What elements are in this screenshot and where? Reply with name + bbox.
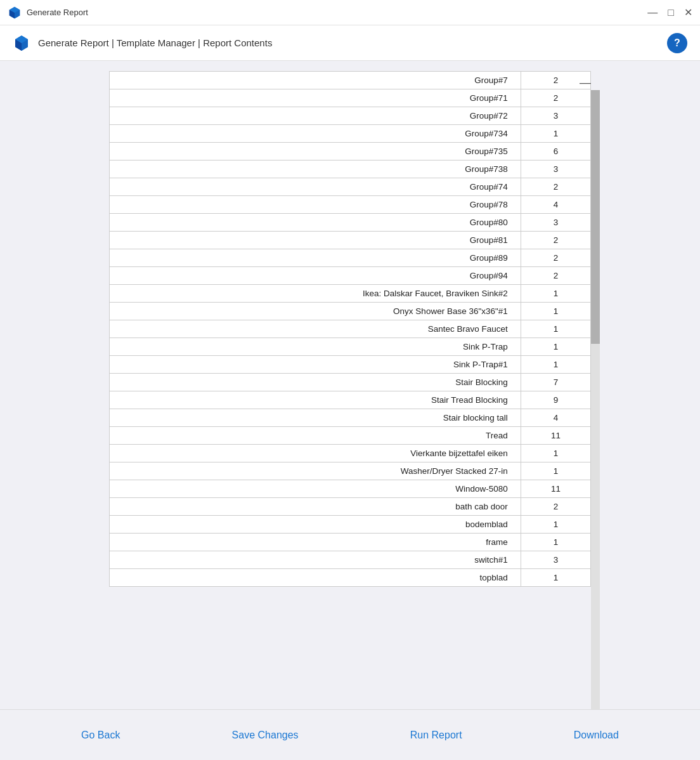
table-cell-name: Sink P-Trap — [110, 338, 521, 356]
table-cell-count: 11 — [521, 480, 590, 498]
table-cell-count: 1 — [521, 285, 590, 303]
table-cell-count: 6 — [521, 143, 590, 161]
table-cell-name: Group#80 — [110, 214, 521, 232]
table-cell-count: 4 — [521, 409, 590, 427]
table-cell-count: 1 — [521, 320, 590, 338]
header-nav: Generate Report | Template Manager | Rep… — [13, 34, 272, 52]
table-cell-count: 4 — [521, 196, 590, 214]
table-row: Group#803 — [110, 214, 591, 232]
scroll-top-indicator[interactable]: — — [580, 76, 591, 89]
table-cell-name: Group#94 — [110, 267, 521, 285]
table-cell-count: 1 — [521, 303, 590, 320]
help-button[interactable]: ? — [667, 33, 687, 53]
table-cell-name: Stair blocking tall — [110, 409, 521, 427]
table-cell-name: bath cab door — [110, 498, 521, 516]
title-bar-text: Generate Report — [27, 8, 88, 17]
table-cell-count: 3 — [521, 214, 590, 232]
table-cell-count: 11 — [521, 427, 590, 445]
table-cell-count: 7 — [521, 374, 590, 391]
table-cell-count: 1 — [521, 534, 590, 551]
table-cell-name: Stair Blocking — [110, 374, 521, 391]
table-row: Stair blocking tall4 — [110, 409, 591, 427]
table-row: Ikea: Dalskar Faucet, Braviken Sink#21 — [110, 285, 591, 303]
table-cell-count: 2 — [521, 89, 590, 107]
table-cell-name: Santec Bravo Faucet — [110, 320, 521, 338]
table-cell-name: Ikea: Dalskar Faucet, Braviken Sink#2 — [110, 285, 521, 303]
table-cell-count: 1 — [521, 356, 590, 374]
table-cell-name: Vierkante bijzettafel eiken — [110, 445, 521, 462]
scrollbar-thumb[interactable] — [591, 90, 600, 344]
table-row: switch#13 — [110, 551, 591, 569]
download-button[interactable]: Download — [574, 730, 619, 741]
table-row: bath cab door2 — [110, 498, 591, 516]
title-bar-left: Generate Report — [8, 6, 88, 20]
table-row: topblad1 — [110, 569, 591, 587]
table-row: frame1 — [110, 534, 591, 551]
table-row: Window-508011 — [110, 480, 591, 498]
table-cell-count: 2 — [521, 249, 590, 267]
close-button[interactable]: ✕ — [684, 8, 692, 18]
header-bar: Generate Report | Template Manager | Rep… — [0, 25, 700, 61]
table-cell-count: 1 — [521, 125, 590, 143]
table-row: Onyx Shower Base 36"x36"#11 — [110, 303, 591, 320]
table-cell-name: frame — [110, 534, 521, 551]
save-changes-button[interactable]: Save Changes — [232, 730, 299, 741]
table-cell-count: 1 — [521, 516, 590, 534]
go-back-button[interactable]: Go Back — [81, 730, 120, 741]
maximize-button[interactable]: □ — [668, 8, 674, 18]
table-cell-name: Group#72 — [110, 107, 521, 125]
scrollbar-track — [591, 90, 600, 709]
table-cell-name: Sink P-Trap#1 — [110, 356, 521, 374]
table-row: Sink P-Trap#11 — [110, 356, 591, 374]
table-cell-name: Group#71 — [110, 89, 521, 107]
table-row: Tread11 — [110, 427, 591, 445]
content-area: — Group#72Group#712Group#723Group#7341Gr… — [0, 61, 700, 709]
table-cell-name: Group#78 — [110, 196, 521, 214]
table-row: Sink P-Trap1 — [110, 338, 591, 356]
table-cell-name: Window-5080 — [110, 480, 521, 498]
table-cell-name: Group#734 — [110, 125, 521, 143]
table-row: Group#942 — [110, 267, 591, 285]
table-cell-name: Group#735 — [110, 143, 521, 161]
table-cell-count: 2 — [521, 178, 590, 196]
table-container: — Group#72Group#712Group#723Group#7341Gr… — [0, 71, 700, 709]
table-cell-count: 2 — [521, 267, 590, 285]
table-cell-count: 1 — [521, 338, 590, 356]
table-cell-name: Group#89 — [110, 249, 521, 267]
table-row: Group#784 — [110, 196, 591, 214]
table-cell-name: Group#81 — [110, 232, 521, 249]
table-cell-count: 1 — [521, 445, 590, 462]
table-row: Group#723 — [110, 107, 591, 125]
table-cell-name: Tread — [110, 427, 521, 445]
footer: Go Back Save Changes Run Report Download — [0, 709, 700, 760]
table-cell-count: 9 — [521, 391, 590, 409]
table-cell-count: 2 — [521, 232, 590, 249]
table-row: Group#72 — [110, 72, 591, 89]
table-row: bodemblad1 — [110, 516, 591, 534]
table-cell-count: 1 — [521, 569, 590, 587]
run-report-button[interactable]: Run Report — [410, 730, 462, 741]
table-cell-name: Stair Tread Blocking — [110, 391, 521, 409]
table-cell-name: switch#1 — [110, 551, 521, 569]
table-cell-count: 2 — [521, 498, 590, 516]
header-logo-icon — [13, 34, 30, 52]
table-cell-name: Group#7 — [110, 72, 521, 89]
scrollable-area[interactable]: Group#72Group#712Group#723Group#7341Grou… — [109, 71, 591, 709]
header-nav-label: Generate Report | Template Manager | Rep… — [38, 37, 272, 48]
table-row: Group#7341 — [110, 125, 591, 143]
table-cell-count: 1 — [521, 462, 590, 480]
table-row: Group#712 — [110, 89, 591, 107]
table-row: Vierkante bijzettafel eiken1 — [110, 445, 591, 462]
table-row: Group#892 — [110, 249, 591, 267]
table-cell-name: topblad — [110, 569, 521, 587]
data-table: Group#72Group#712Group#723Group#7341Grou… — [109, 71, 591, 587]
table-cell-count: 3 — [521, 107, 590, 125]
table-row: Stair Tread Blocking9 — [110, 391, 591, 409]
app-logo-icon — [8, 6, 22, 20]
table-cell-count: 3 — [521, 161, 590, 178]
minimize-button[interactable]: — — [647, 8, 658, 18]
title-bar-controls: — □ ✕ — [647, 8, 692, 18]
table-row: Stair Blocking7 — [110, 374, 591, 391]
main-window: Generate Report — □ ✕ Generate Report | … — [0, 0, 700, 760]
table-row: Washer/Dryer Stacked 27-in1 — [110, 462, 591, 480]
